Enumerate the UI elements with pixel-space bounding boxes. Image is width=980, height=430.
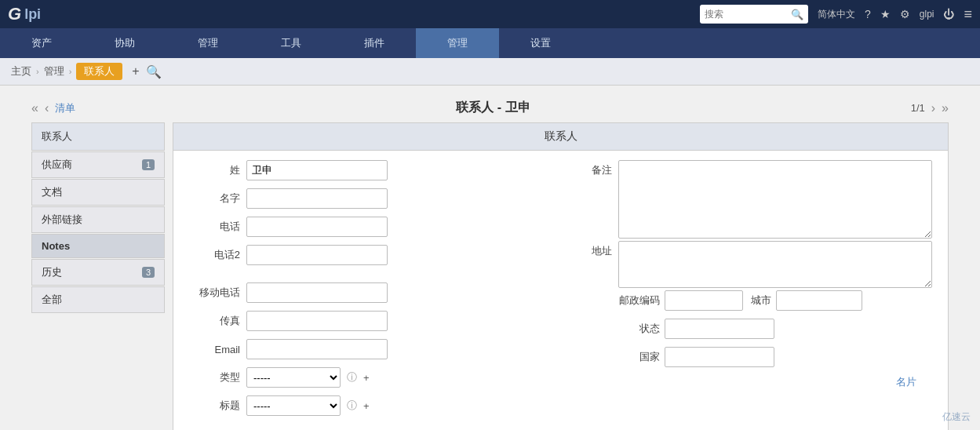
search-button[interactable]: 🔍 <box>146 64 162 79</box>
record-nav-right: 1/1 › » <box>911 101 949 115</box>
label-dianhua: 电话 <box>189 220 240 234</box>
last-record-button[interactable]: » <box>942 101 949 115</box>
breadcrumb-current[interactable]: 联系人 <box>76 63 122 80</box>
sidebar: 联系人 供应商 1 文档 外部链接 Notes 历史 3 全部 <box>31 122 165 430</box>
nav-manage1[interactable]: 管理 <box>166 28 250 58</box>
textarea-dizhi[interactable] <box>618 241 933 288</box>
sidebar-item-external-links[interactable]: 外部链接 <box>31 206 165 233</box>
namecard-link[interactable]: 名片 <box>569 375 917 389</box>
search-input[interactable] <box>705 9 791 20</box>
select-type[interactable]: ----- <box>246 367 341 388</box>
row-youbian: 邮政编码 城市 <box>569 290 933 311</box>
input-mobile[interactable] <box>246 282 388 303</box>
sidebar-item-all[interactable]: 全部 <box>31 286 165 313</box>
record-nav: « ‹ 清单 联系人 - 卫申 1/1 › » <box>16 93 964 122</box>
form-left: 姓 名字 电话 电话2 <box>189 160 553 424</box>
input-country[interactable] <box>665 347 774 367</box>
sidebar-label-all: 全部 <box>42 293 62 307</box>
row-fax: 传真 <box>189 311 553 331</box>
type-add-icon[interactable]: + <box>363 372 370 384</box>
row-mingzi: 名字 <box>189 188 553 209</box>
title-info-icon[interactable]: ⓘ <box>347 399 357 413</box>
input-email[interactable] <box>246 339 388 359</box>
user-name[interactable]: glpi <box>920 9 934 20</box>
input-dianhua[interactable] <box>246 217 388 237</box>
row-dizhi: 地址 <box>569 241 933 290</box>
label-title: 标题 <box>189 399 240 413</box>
textarea-beizhu[interactable] <box>618 160 933 239</box>
form-panel: 联系人 姓 名字 电话 <box>173 122 949 430</box>
sidebar-item-supplier[interactable]: 供应商 1 <box>31 151 165 178</box>
nav-assets[interactable]: 资产 <box>0 28 83 58</box>
field-beizhu <box>618 160 933 241</box>
type-info-icon[interactable]: ⓘ <box>347 370 357 384</box>
label-youbian: 邮政编码 <box>617 293 660 308</box>
nav-bar: 资产 协助 管理 工具 插件 管理 设置 <box>0 28 980 58</box>
question-icon[interactable]: ? <box>865 8 871 20</box>
label-city: 城市 <box>751 293 771 308</box>
label-type: 类型 <box>189 370 240 384</box>
search-icon[interactable]: 🔍 <box>791 9 803 20</box>
sidebar-label-notes: Notes <box>42 240 70 252</box>
select-title[interactable]: ----- <box>246 395 341 416</box>
row-dianhua2: 电话2 <box>189 245 553 265</box>
row-email: Email <box>189 339 553 359</box>
row-beizhu: 备注 <box>569 160 933 241</box>
breadcrumb-home[interactable]: 主页 <box>11 64 31 78</box>
first-record-button[interactable]: « <box>31 101 38 115</box>
add-button[interactable]: + <box>132 64 139 79</box>
input-city[interactable] <box>776 290 862 311</box>
label-dianhua2: 电话2 <box>189 248 240 262</box>
input-fax[interactable] <box>246 311 388 331</box>
input-dianhua2[interactable] <box>246 245 388 265</box>
breadcrumb-sep2: › <box>69 67 72 76</box>
hamburger-menu[interactable]: ≡ <box>964 6 972 23</box>
sidebar-badge-history: 3 <box>142 267 155 278</box>
breadcrumb-manage[interactable]: 管理 <box>44 64 64 78</box>
power-icon[interactable]: ⏻ <box>943 8 954 20</box>
sidebar-header: 联系人 <box>31 122 165 151</box>
label-country: 国家 <box>617 350 660 364</box>
watermark: 亿速云 <box>942 410 971 424</box>
logo-g: G <box>8 4 21 24</box>
clear-link[interactable]: 清单 <box>55 101 75 115</box>
label-xing: 姓 <box>189 163 240 177</box>
label-mobile: 移动电话 <box>189 286 240 300</box>
top-bar: G lpi 🔍 简体中文 ? ★ ⚙ glpi ⏻ ≡ <box>0 0 980 28</box>
input-xing[interactable] <box>246 160 388 180</box>
nav-assist[interactable]: 协助 <box>83 28 166 58</box>
label-status: 状态 <box>617 322 660 336</box>
star-icon[interactable]: ★ <box>880 8 891 20</box>
label-fax: 传真 <box>189 314 240 328</box>
gear-icon[interactable]: ⚙ <box>900 8 910 20</box>
nav-manage2[interactable]: 管理 <box>416 28 499 58</box>
nav-settings[interactable]: 设置 <box>499 28 582 58</box>
next-record-button[interactable]: › <box>931 101 935 115</box>
sidebar-item-docs[interactable]: 文档 <box>31 179 165 206</box>
breadcrumb: 主页 › 管理 › 联系人 + 🔍 <box>0 58 980 86</box>
sidebar-item-notes[interactable]: Notes <box>31 234 165 258</box>
sidebar-label-docs: 文档 <box>42 185 62 199</box>
logo-lpi: lpi <box>24 6 41 23</box>
record-count: 1/1 <box>911 102 925 114</box>
title-add-icon[interactable]: + <box>363 400 370 412</box>
row-mobile: 移动电话 <box>189 282 553 303</box>
label-mingzi: 名字 <box>189 191 240 206</box>
form-panel-header: 联系人 <box>173 123 948 151</box>
nav-tools[interactable]: 工具 <box>250 28 333 58</box>
row-dianhua: 电话 <box>189 217 553 237</box>
input-mingzi[interactable] <box>246 188 388 209</box>
row-type: 类型 ----- ⓘ + <box>189 367 553 388</box>
sidebar-item-history[interactable]: 历史 3 <box>31 259 165 286</box>
input-youbian[interactable] <box>665 290 743 311</box>
form-body: 姓 名字 电话 电话2 <box>173 151 948 430</box>
search-box[interactable]: 🔍 <box>700 5 808 24</box>
prev-record-button[interactable]: ‹ <box>45 101 49 115</box>
content-area: « ‹ 清单 联系人 - 卫申 1/1 › » 联系人 供应商 1 文档 外部链… <box>0 86 980 430</box>
lang-selector[interactable]: 简体中文 <box>818 8 855 21</box>
input-status[interactable] <box>665 319 774 339</box>
nav-plugins[interactable]: 插件 <box>333 28 416 58</box>
row-xing: 姓 <box>189 160 553 180</box>
field-dizhi <box>618 241 933 290</box>
label-dizhi: 地址 <box>569 241 612 258</box>
